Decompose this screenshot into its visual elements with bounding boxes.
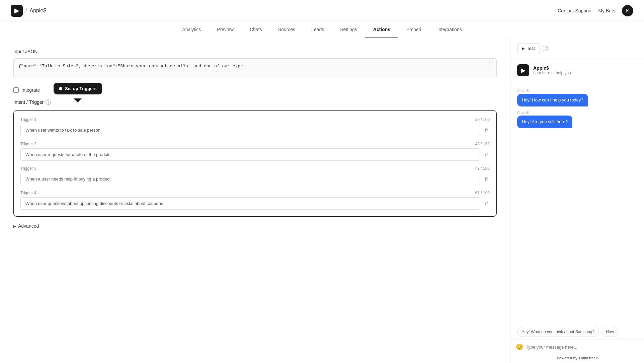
quick-reply-1[interactable]: Hey! What do you think about Samsung? [517,327,599,337]
msg-bubble-1: Hey! How can I help you today? [517,94,588,106]
header-right: Contact Support My Bots K [558,5,633,16]
nav-item-integrations[interactable]: Integrations [429,21,470,38]
quick-replies: Hey! What do you think about Samsung? Ho… [510,324,644,340]
chat-area: ▶ Apple$ I am here to help you Apple$ He… [510,59,644,363]
bot-name: Apple$ [533,65,571,71]
main-layout: Input JSON ⛶ Integrate Intent / Trigger … [0,38,644,363]
trigger-delete-1[interactable]: 🗑 [483,126,490,134]
nav-item-leads[interactable]: Leads [303,21,332,38]
test-label: Test [527,46,535,51]
message-item-1: Apple$ Hey! How can I help you today? [517,89,637,106]
trigger-input-row-4: 🗑 [20,197,490,210]
trigger-count-4: 67 / 100 [475,191,490,195]
header-left: ▶ / Apple$ [11,5,46,17]
trigger-input-row-1: 🗑 [20,124,490,136]
bot-header: ▶ Apple$ I am here to help you [510,59,644,82]
trigger-input-row-3: 🗑 [20,173,490,185]
logo-icon[interactable]: ▶ [11,5,23,17]
intent-row: Intent / Trigger i Set up Triggers [13,99,497,105]
integrate-label: Integrate [21,87,40,93]
messages-area: Apple$ Hey! How can I help you today? Ap… [510,82,644,324]
info-icon[interactable]: i [46,99,51,105]
trigger-name-2: Trigger 2 [20,142,36,146]
tooltip-bubble: Set up Triggers [54,83,102,94]
input-json-title: Input JSON [13,49,497,54]
intent-label: Intent / Trigger [13,99,44,105]
integrate-checkbox[interactable] [13,87,19,93]
my-bots-link[interactable]: My Bots [598,8,615,13]
play-icon: ▶ [522,47,525,50]
tooltip-text: Set up Triggers [65,86,97,91]
right-panel: ▶ Test i ▶ Apple$ I am here to help you … [510,38,644,363]
msg-sender-2: Apple$ [517,111,637,115]
trigger-count-1: 39 / 100 [475,117,490,122]
emoji-icon[interactable]: 😊 [516,343,523,351]
nav-item-actions[interactable]: Actions [365,21,398,38]
chat-input[interactable] [526,345,639,350]
advanced-row[interactable]: ▶ Advanced [13,223,497,229]
powered-by: Powered by Thinkstack [510,354,644,363]
trigger-delete-3[interactable]: 🗑 [483,175,490,183]
trigger-input-1[interactable] [20,124,480,136]
nav-bar: Analytics Preview Chats Sources Leads Se… [0,21,644,38]
contact-support-link[interactable]: Contact Support [558,8,591,13]
trigger-input-3[interactable] [20,173,480,185]
trigger-name-3: Trigger 3 [20,166,36,171]
trigger-name-1: Trigger 1 [20,117,36,122]
header: ▶ / Apple$ Contact Support My Bots K [0,0,644,21]
advanced-arrow-icon: ▶ [13,224,16,228]
trigger-header-1: Trigger 1 39 / 100 [20,117,490,122]
left-panel: Input JSON ⛶ Integrate Intent / Trigger … [0,38,510,363]
bot-sub: I am here to help you [533,71,571,75]
trigger-group-3: Trigger 3 42 / 100 🗑 [20,166,490,185]
bot-info: Apple$ I am here to help you [533,65,571,75]
trigger-input-2[interactable] [20,148,480,161]
trigger-group-4: Trigger 4 67 / 100 🗑 [20,191,490,210]
msg-bubble-2: Hey! Are you still there? [517,116,572,128]
powered-by-brand: Thinkstack [578,356,597,360]
nav-item-settings[interactable]: Settings [332,21,365,38]
trigger-header-3: Trigger 3 42 / 100 [20,166,490,171]
nav-item-preview[interactable]: Preview [209,21,242,38]
bot-avatar: ▶ [517,64,529,76]
trigger-delete-2[interactable]: 🗑 [483,151,490,158]
nav-item-sources[interactable]: Sources [270,21,303,38]
trigger-input-row-2: 🗑 [20,148,490,161]
app-name: Apple$ [29,8,46,14]
breadcrumb-sep: / [25,8,27,14]
msg-sender-1: Apple$ [517,89,637,93]
nav-item-embed[interactable]: Embed [398,21,429,38]
chat-input-bar: 😊 [510,340,644,354]
powered-by-text: Powered by [557,356,578,360]
message-item-2: Apple$ Hey! Are you still there? [517,111,637,128]
nav-item-analytics[interactable]: Analytics [174,21,209,38]
trigger-group-2: Trigger 2 43 / 100 🗑 [20,142,490,161]
advanced-label: Advanced [18,223,39,229]
triggers-box: Trigger 1 39 / 100 🗑 Trigger 2 43 / 100 … [13,110,497,217]
json-input[interactable] [13,58,497,78]
trigger-header-4: Trigger 4 67 / 100 [20,191,490,195]
trigger-group-1: Trigger 1 39 / 100 🗑 [20,117,490,136]
user-avatar[interactable]: K [622,5,633,16]
quick-reply-2[interactable]: How [601,327,618,337]
json-textarea-wrapper: ⛶ [13,58,497,79]
trigger-name-4: Trigger 4 [20,191,36,195]
tooltip-dot [59,87,62,90]
trigger-input-4[interactable] [20,197,480,210]
expand-icon[interactable]: ⛶ [489,62,493,67]
test-info-icon[interactable]: i [543,46,548,51]
trigger-count-2: 43 / 100 [475,142,490,146]
trigger-header-2: Trigger 2 43 / 100 [20,142,490,146]
nav-item-chats[interactable]: Chats [242,21,270,38]
test-bar: ▶ Test i [510,38,644,59]
test-button[interactable]: ▶ Test [517,44,540,53]
trigger-count-3: 42 / 100 [475,166,490,171]
trigger-delete-4[interactable]: 🗑 [483,200,490,207]
